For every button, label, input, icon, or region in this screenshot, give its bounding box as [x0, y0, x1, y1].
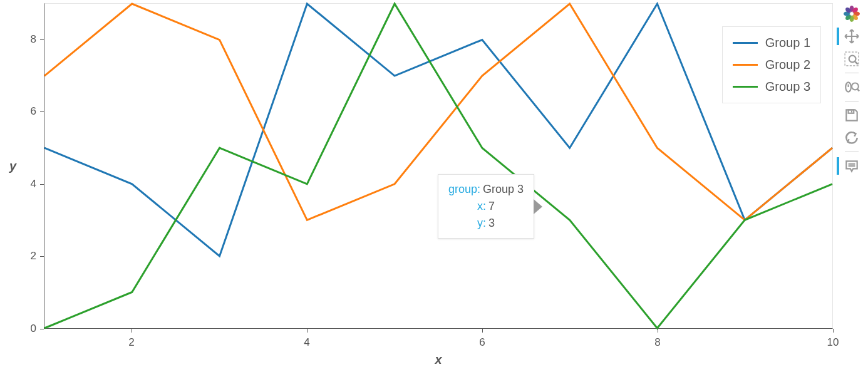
x-tick-label: 2 — [128, 336, 134, 349]
legend-item-group2[interactable]: Group 2 — [730, 54, 813, 76]
tooltip-key: y: — [477, 217, 486, 229]
tooltip-value: 7 — [488, 200, 495, 212]
hover-tooltip: group:Group 3 x:7 y:3 — [438, 174, 534, 239]
x-axis-label: x — [435, 353, 442, 367]
legend-item-group1[interactable]: Group 1 — [730, 32, 813, 54]
tooltip-row-x: x:7 — [448, 198, 524, 215]
chart-container: y 02468 Group 1 Group 2 Group 3 group:Gr… — [0, 0, 837, 367]
x-tick-mark — [482, 329, 483, 333]
box-zoom-tool-button[interactable] — [840, 48, 863, 70]
y-tick-label: 6 — [31, 105, 36, 118]
wheel-zoom-tool-button[interactable] — [840, 76, 863, 98]
legend-item-group3[interactable]: Group 3 — [730, 76, 813, 98]
y-tick-label: 2 — [31, 250, 36, 262]
tooltip-value: 3 — [488, 217, 495, 229]
toolbar-separator — [845, 101, 859, 101]
save-tool-button[interactable] — [840, 104, 863, 127]
reset-tool-button[interactable] — [840, 127, 863, 149]
pan-tool-button[interactable] — [840, 25, 863, 48]
y-axis-label: y — [9, 159, 16, 173]
chart-toolbar — [839, 3, 864, 177]
svg-line-11 — [855, 61, 857, 64]
active-indicator — [837, 28, 839, 45]
svg-point-10 — [849, 56, 856, 63]
x-tick-mark — [132, 329, 132, 333]
y-tick-label: 8 — [31, 33, 36, 46]
legend-label: Group 1 — [765, 36, 810, 50]
x-tick-label: 6 — [479, 336, 485, 349]
y-tick-label: 0 — [31, 323, 36, 335]
tooltip-arrow-icon — [534, 199, 542, 214]
x-tick-mark — [658, 329, 658, 333]
plot-area[interactable]: Group 1 Group 2 Group 3 group:Group 3 x:… — [44, 3, 833, 329]
legend-label: Group 2 — [765, 58, 810, 72]
line-plot-svg — [44, 4, 832, 328]
svg-line-15 — [857, 89, 859, 91]
bokeh-logo-icon[interactable] — [840, 3, 863, 25]
series-line-group-3 — [44, 4, 832, 328]
legend-label: Group 3 — [765, 80, 810, 94]
tooltip-value: Group 3 — [483, 183, 524, 195]
x-tick-mark — [307, 329, 307, 333]
toolbar-separator — [845, 152, 859, 152]
x-tick-label: 8 — [654, 336, 660, 349]
tooltip-row-group: group:Group 3 — [448, 181, 524, 198]
tooltip-key: x: — [477, 200, 486, 212]
tooltip-key: group: — [448, 183, 480, 195]
legend[interactable]: Group 1 Group 2 Group 3 — [722, 26, 821, 103]
hover-tool-button[interactable] — [840, 155, 863, 177]
legend-swatch — [733, 42, 758, 44]
x-tick-label: 10 — [827, 336, 839, 349]
y-axis: y 02468 — [0, 3, 44, 329]
legend-swatch — [733, 86, 758, 88]
svg-point-14 — [852, 83, 859, 90]
y-tick-label: 4 — [31, 178, 36, 190]
x-axis: x 246810 — [44, 329, 833, 366]
x-tick-label: 4 — [304, 336, 309, 349]
toolbar-separator — [845, 73, 859, 73]
legend-swatch — [733, 64, 758, 66]
x-tick-mark — [833, 329, 834, 333]
tooltip-row-y: y:3 — [448, 215, 524, 232]
active-indicator — [837, 157, 839, 175]
